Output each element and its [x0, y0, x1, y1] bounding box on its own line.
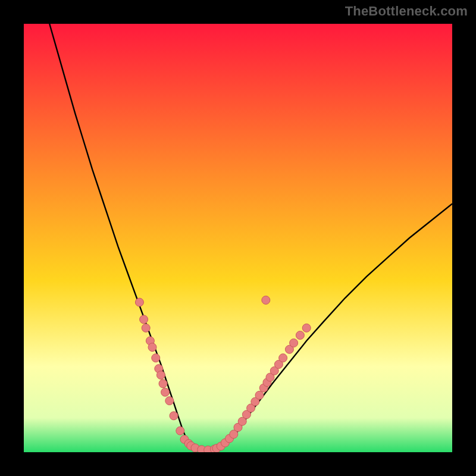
data-point — [255, 391, 264, 399]
plot-svg — [24, 24, 452, 452]
data-point — [302, 324, 311, 332]
data-point — [290, 339, 298, 347]
data-point — [140, 315, 148, 324]
data-point — [170, 412, 178, 420]
data-point — [148, 343, 156, 352]
data-point — [156, 371, 165, 379]
chart-stage: TheBottleneck.com — [0, 0, 476, 476]
plot-area — [24, 24, 452, 452]
data-point — [159, 380, 167, 388]
data-point — [161, 388, 170, 396]
watermark-label: TheBottleneck.com — [345, 4, 468, 19]
data-point — [142, 324, 150, 332]
data-point — [176, 427, 184, 435]
data-point — [296, 331, 304, 339]
data-point — [279, 354, 287, 362]
data-point — [152, 354, 160, 362]
data-point — [165, 397, 174, 405]
gradient-background — [24, 24, 452, 452]
data-point — [262, 296, 270, 304]
data-point — [135, 298, 143, 306]
